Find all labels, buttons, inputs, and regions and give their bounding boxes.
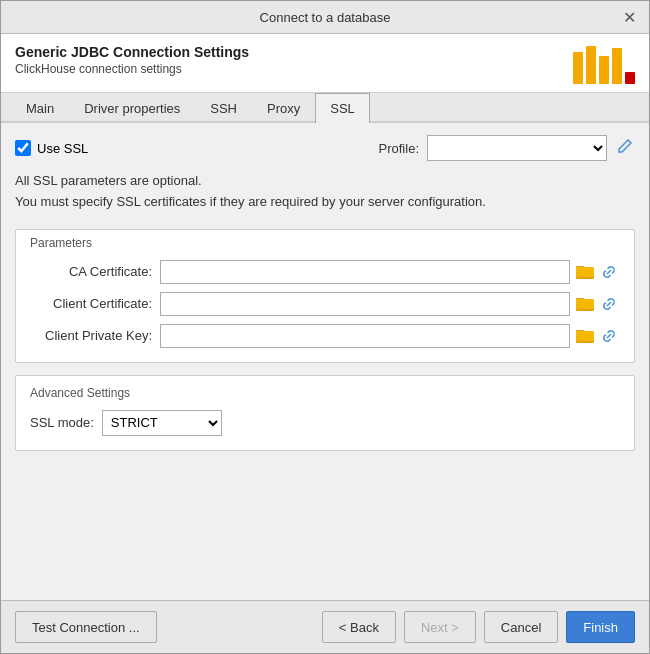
- title-bar: Connect to a database ✕: [1, 1, 649, 34]
- tab-bar: Main Driver properties SSH Proxy SSL: [1, 93, 649, 123]
- tab-ssl[interactable]: SSL: [315, 93, 370, 123]
- close-button[interactable]: ✕: [619, 7, 639, 27]
- svg-rect-5: [576, 299, 594, 309]
- ca-cert-folder-button[interactable]: [574, 261, 596, 283]
- ssl-note-line2: You must specify SSL certificates if the…: [15, 192, 635, 213]
- parameters-title: Parameters: [30, 236, 620, 250]
- advanced-settings-section: Advanced Settings SSL mode: STRICT NONE …: [15, 375, 635, 451]
- svg-rect-2: [576, 267, 594, 277]
- bar-1: [573, 52, 583, 84]
- app-subtitle: ClickHouse connection settings: [15, 62, 249, 76]
- client-cert-input[interactable]: [160, 292, 570, 316]
- ca-cert-input[interactable]: [160, 260, 570, 284]
- client-key-folder-button[interactable]: [574, 325, 596, 347]
- folder-icon: [576, 328, 594, 344]
- dialog: Connect to a database ✕ Generic JDBC Con…: [0, 0, 650, 654]
- footer: Test Connection ... < Back Next > Cancel…: [1, 600, 649, 653]
- cancel-button[interactable]: Cancel: [484, 611, 558, 643]
- app-title: Generic JDBC Connection Settings: [15, 44, 249, 60]
- finish-button[interactable]: Finish: [566, 611, 635, 643]
- client-cert-folder-button[interactable]: [574, 293, 596, 315]
- back-button[interactable]: < Back: [322, 611, 396, 643]
- svg-rect-8: [576, 331, 594, 341]
- use-ssl-checkbox[interactable]: [15, 140, 31, 156]
- tab-ssh[interactable]: SSH: [195, 93, 252, 123]
- test-connection-button[interactable]: Test Connection ...: [15, 611, 157, 643]
- ssl-note-line1: All SSL parameters are optional.: [15, 171, 635, 192]
- edit-icon: [617, 138, 633, 154]
- tab-main[interactable]: Main: [11, 93, 69, 123]
- ssl-header-row: Use SSL Profile:: [15, 135, 635, 161]
- profile-edit-button[interactable]: [615, 138, 635, 158]
- folder-icon: [576, 264, 594, 280]
- ca-cert-row: CA Certificate:: [30, 260, 620, 284]
- profile-label: Profile:: [379, 141, 419, 156]
- parameters-section: Parameters CA Certificate:: [15, 229, 635, 363]
- tab-proxy[interactable]: Proxy: [252, 93, 315, 123]
- link-icon: [601, 264, 617, 280]
- use-ssl-row: Use SSL: [15, 140, 88, 156]
- client-cert-label: Client Certificate:: [30, 296, 160, 311]
- footer-right: < Back Next > Cancel Finish: [322, 611, 635, 643]
- ca-cert-link-button[interactable]: [598, 261, 620, 283]
- bar-2: [586, 46, 596, 84]
- client-key-link-button[interactable]: [598, 325, 620, 347]
- client-cert-link-button[interactable]: [598, 293, 620, 315]
- link-icon: [601, 328, 617, 344]
- ssl-note: All SSL parameters are optional. You mus…: [15, 171, 635, 213]
- ssl-mode-row: SSL mode: STRICT NONE REQUIRE VERIFY_CA …: [30, 410, 620, 436]
- bar-3: [599, 56, 609, 84]
- profile-row: Profile:: [379, 135, 635, 161]
- ssl-mode-label: SSL mode:: [30, 415, 94, 430]
- ssl-mode-select[interactable]: STRICT NONE REQUIRE VERIFY_CA VERIFY_IDE…: [102, 410, 222, 436]
- client-key-label: Client Private Key:: [30, 328, 160, 343]
- content-area: Use SSL Profile: All SSL parameters are …: [1, 123, 649, 600]
- dialog-title: Connect to a database: [31, 10, 619, 25]
- use-ssl-label: Use SSL: [37, 141, 88, 156]
- client-cert-row: Client Certificate:: [30, 292, 620, 316]
- header-titles: Generic JDBC Connection Settings ClickHo…: [15, 44, 249, 76]
- next-button[interactable]: Next >: [404, 611, 476, 643]
- footer-left: Test Connection ...: [15, 611, 157, 643]
- advanced-title: Advanced Settings: [30, 386, 620, 400]
- bar-4: [612, 48, 622, 84]
- logo-bars: [573, 44, 635, 84]
- profile-select[interactable]: [427, 135, 607, 161]
- client-key-row: Client Private Key:: [30, 324, 620, 348]
- client-key-input[interactable]: [160, 324, 570, 348]
- ca-cert-label: CA Certificate:: [30, 264, 160, 279]
- bar-5: [625, 72, 635, 84]
- tab-driver-properties[interactable]: Driver properties: [69, 93, 195, 123]
- link-icon: [601, 296, 617, 312]
- header-area: Generic JDBC Connection Settings ClickHo…: [1, 34, 649, 93]
- folder-icon: [576, 296, 594, 312]
